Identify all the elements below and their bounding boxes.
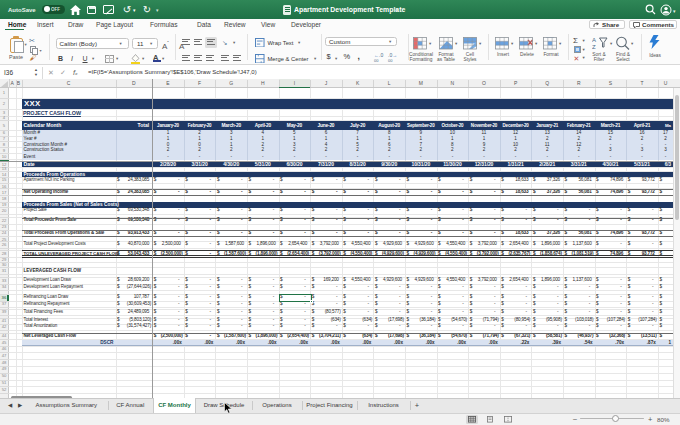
- svg-text:A: A: [592, 37, 596, 43]
- svg-text:Z: Z: [592, 44, 596, 50]
